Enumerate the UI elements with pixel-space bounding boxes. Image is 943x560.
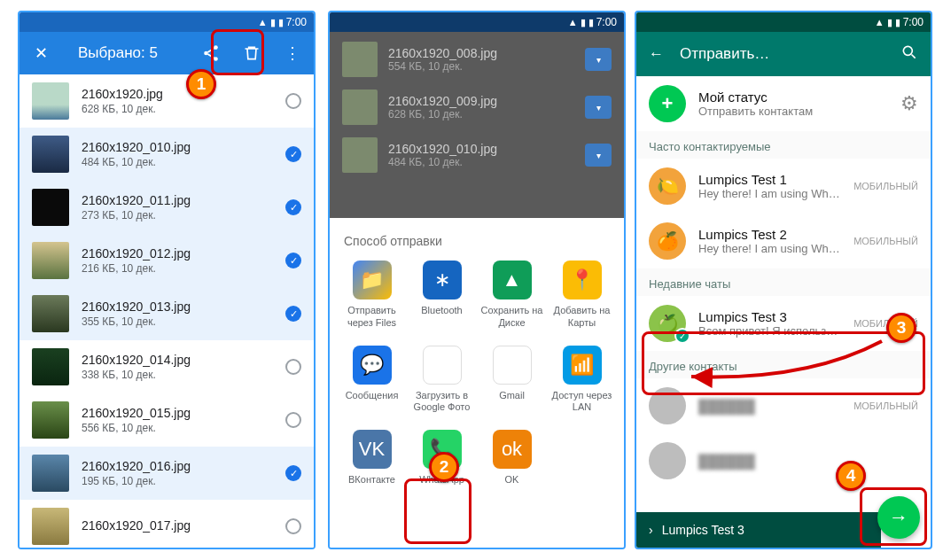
select-radio[interactable]: ✓ (285, 253, 301, 268)
avatar: 🍊 (649, 222, 686, 260)
add-status-icon: + (649, 85, 686, 122)
chevron-down-icon: ▾ (585, 48, 612, 71)
file-item[interactable]: 2160x1920_012.jpg 216 КБ, 10 дек. ✓ (19, 234, 314, 287)
file-item[interactable]: 2160x1920_010.jpg 484 КБ, 10 дек. ✓ (19, 128, 314, 181)
file-meta: 554 КБ, 10 дек. (388, 60, 574, 73)
section-frequent: Часто контактируемые (636, 131, 931, 159)
delete-icon[interactable] (238, 39, 266, 67)
avatar: 🍋 (649, 167, 686, 205)
search-icon[interactable] (900, 43, 918, 66)
share-target[interactable]: 📍 Добавить на Карты (547, 261, 617, 330)
select-radio[interactable]: ✓ (285, 146, 301, 162)
battery-icon: ▮ (588, 17, 594, 28)
file-item[interactable]: 2160x1920_017.jpg (19, 500, 314, 549)
select-radio[interactable] (285, 412, 301, 428)
select-radio[interactable] (285, 359, 301, 375)
thumbnail (32, 82, 69, 120)
thumbnail (342, 89, 378, 125)
share-target[interactable]: VK ВКонтакте (337, 430, 407, 486)
dimmed-file-list: 2160x1920_008.jpg 554 КБ, 10 дек. ▾ 2160… (330, 32, 624, 218)
selection-count: Выбрано: 5 (78, 44, 184, 62)
file-meta: 355 КБ, 10 дек. (82, 315, 273, 328)
signal-icon: ▮ (270, 17, 276, 28)
selection-app-bar: ✕ Выбрано: 5 ⋮ (19, 32, 314, 74)
app-label: Сохранить на Диске (480, 305, 544, 330)
close-icon[interactable]: ✕ (27, 39, 55, 67)
thumbnail (32, 189, 69, 226)
send-fab[interactable]: → (877, 496, 920, 539)
contact-name: Lumpics Test 3 (698, 309, 841, 324)
share-target[interactable]: ✿ Загрузить в Google Фото (407, 346, 477, 415)
overflow-icon[interactable]: ⋮ (278, 39, 307, 67)
chevron-right-icon: › (649, 523, 653, 537)
file-name: 2160x1920_013.jpg (82, 299, 273, 314)
app-icon: 💬 (353, 346, 392, 385)
my-status-row[interactable]: + Мой статус Отправить контактам ⚙ (636, 76, 931, 131)
wifi-icon: ▲ (568, 17, 578, 27)
thumbnail (342, 137, 378, 173)
thumbnail (32, 136, 69, 173)
share-target[interactable]: M Gmail (477, 346, 547, 415)
file-meta: 484 КБ, 10 дек. (388, 156, 574, 168)
select-radio[interactable]: ✓ (285, 465, 301, 481)
svg-point-3 (903, 46, 912, 55)
file-item[interactable]: 2160x1920_016.jpg 195 КБ, 10 дек. ✓ (19, 447, 314, 500)
section-recent: Недавние чаты (636, 268, 931, 296)
share-target[interactable]: 📶 Доступ через LAN (547, 346, 617, 415)
share-target[interactable]: ∗ Bluetooth (407, 261, 477, 330)
thumbnail (32, 242, 69, 279)
file-item[interactable]: 2160x1920.jpg 628 КБ, 10 дек. (19, 74, 314, 128)
file-item[interactable]: 2160x1920_011.jpg 273 КБ, 10 дек. ✓ (19, 181, 314, 234)
file-item[interactable]: 2160x1920_013.jpg 355 КБ, 10 дек. ✓ (19, 287, 314, 340)
app-label: Добавить на Карты (550, 305, 614, 330)
callout-badge-1: 1 (186, 69, 216, 99)
file-name: 2160x1920.jpg (82, 87, 273, 101)
thumbnail (32, 508, 69, 545)
app-icon: ✿ (423, 346, 462, 385)
share-sheet: Способ отправки 📁 Отправить через Files∗… (330, 220, 624, 548)
app-label: Доступ через LAN (550, 390, 614, 415)
contact-row[interactable]: 🍋 Lumpics Test 1 Hey there! I am using W… (636, 159, 931, 214)
phone-files-selection: ▲ ▮ ▮ 7:00 ✕ Выбрано: 5 ⋮ 2160x1920.jpg … (18, 11, 316, 549)
selected-names: Lumpics Test 3 (662, 523, 744, 537)
contact-row[interactable]: ██████ (636, 433, 931, 488)
callout-badge-3: 3 (886, 313, 916, 343)
share-icon[interactable] (197, 39, 225, 67)
status-time: 7:00 (903, 16, 924, 28)
app-label: Сообщения (346, 390, 399, 402)
contact-status: Hey there! I am using WhatsApp (698, 187, 841, 200)
signal-icon: ▮ (887, 17, 892, 28)
contact-row[interactable]: 🍊 Lumpics Test 2 Hey there! I am using W… (636, 214, 931, 268)
back-icon[interactable]: ← (649, 45, 664, 63)
app-icon: 📍 (563, 261, 602, 299)
file-item-dimmed: 2160x1920_008.jpg 554 КБ, 10 дек. ▾ (330, 35, 624, 83)
file-item[interactable]: 2160x1920_015.jpg 556 КБ, 10 дек. (19, 393, 314, 447)
callout-arrow (682, 337, 886, 390)
share-target[interactable]: ok OK (477, 430, 547, 486)
file-item[interactable]: 2160x1920_014.jpg 338 КБ, 10 дек. (19, 340, 314, 393)
app-icon: ∗ (423, 261, 462, 299)
contact-type: МОБИЛЬНЫЙ (853, 401, 918, 411)
gear-icon[interactable]: ⚙ (900, 92, 918, 115)
contact-name: Lumpics Test 1 (698, 172, 841, 187)
share-target[interactable]: ▲ Сохранить на Диске (477, 261, 547, 330)
thumbnail (342, 42, 378, 77)
share-target[interactable]: 📁 Отправить через Files (337, 261, 407, 330)
thumbnail (32, 348, 69, 385)
select-radio[interactable] (285, 518, 301, 534)
select-radio[interactable]: ✓ (285, 199, 301, 215)
phone-share-sheet: ▲ ▮ ▮ 7:00 2160x1920_008.jpg 554 КБ, 10 … (328, 11, 626, 549)
select-radio[interactable]: ✓ (285, 306, 301, 322)
chevron-down-icon: ▾ (585, 144, 612, 167)
file-meta: 628 КБ, 10 дек. (82, 103, 273, 115)
status-bar: ▲ ▮ ▮ 7:00 (330, 12, 624, 32)
status-bar: ▲ ▮ ▮ 7:00 (19, 12, 314, 32)
share-target[interactable]: 💬 Сообщения (337, 346, 407, 415)
thumbnail (32, 295, 69, 332)
file-item-dimmed: 2160x1920_009.jpg 628 КБ, 10 дек. ▾ (330, 83, 624, 131)
chevron-down-icon: ▾ (585, 96, 612, 119)
file-name: 2160x1920_015.jpg (82, 406, 273, 420)
app-icon: VK (353, 430, 392, 469)
file-meta: 338 КБ, 10 дек. (82, 369, 273, 381)
select-radio[interactable] (285, 93, 301, 109)
